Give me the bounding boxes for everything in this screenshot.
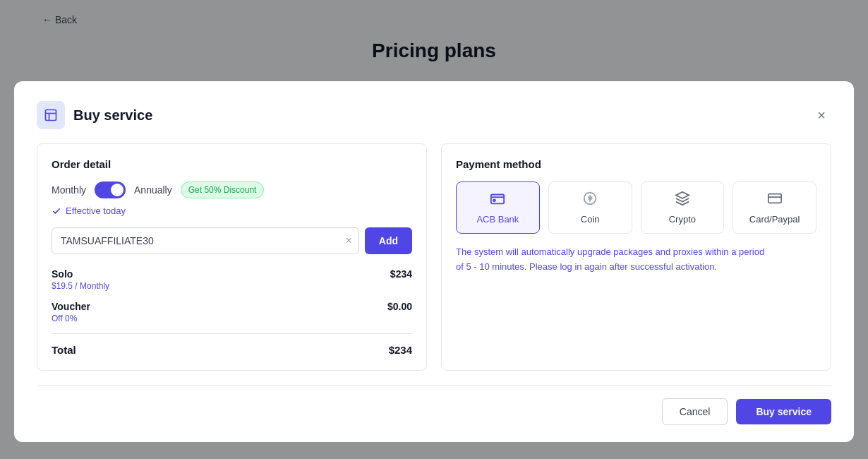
discount-badge: Get 50% Discount bbox=[181, 181, 265, 198]
order-detail-panel: Order detail Monthly Annually Get 50% Di… bbox=[37, 143, 427, 371]
billing-toggle-switch[interactable] bbox=[95, 181, 126, 198]
modal-header-left: Buy service bbox=[37, 101, 152, 129]
payment-method-coin[interactable]: Coin bbox=[548, 181, 632, 234]
acb-bank-icon bbox=[490, 191, 505, 210]
payment-method-acb[interactable]: ACB Bank bbox=[456, 181, 540, 234]
card-paypal-icon bbox=[767, 191, 783, 210]
cancel-button[interactable]: Cancel bbox=[662, 398, 728, 425]
payment-info-text: The system will automatically upgrade pa… bbox=[456, 245, 816, 275]
total-value: $234 bbox=[389, 344, 412, 356]
voucher-input-wrapper: × bbox=[52, 227, 359, 254]
svg-point-4 bbox=[493, 199, 495, 201]
total-divider bbox=[52, 333, 412, 334]
voucher-row: × Add bbox=[52, 227, 412, 254]
acb-bank-label: ACB Bank bbox=[476, 214, 519, 225]
annually-label: Annually bbox=[134, 184, 172, 196]
payment-method-crypto[interactable]: Crypto bbox=[641, 181, 725, 234]
modal-title: Buy service bbox=[73, 107, 152, 124]
payment-methods-list: ACB Bank Coin bbox=[456, 181, 816, 234]
crypto-icon bbox=[675, 191, 690, 210]
coin-label: Coin bbox=[581, 214, 600, 225]
total-row: Total $234 bbox=[52, 344, 412, 356]
checkmark-icon bbox=[52, 206, 61, 216]
payment-method-card[interactable]: Card/Paypal bbox=[733, 181, 816, 234]
modal-icon bbox=[37, 101, 65, 129]
add-voucher-button[interactable]: Add bbox=[365, 227, 412, 254]
modal-container: Buy service × Order detail Monthly Annua… bbox=[14, 81, 854, 442]
solo-sub: $19.5 / Monthly bbox=[52, 281, 109, 291]
voucher-label: Voucher bbox=[52, 301, 90, 312]
effective-today-row: Effective today bbox=[52, 205, 412, 216]
solo-line: Solo $19.5 / Monthly $234 bbox=[52, 268, 412, 291]
modal-header: Buy service × bbox=[37, 101, 831, 129]
voucher-value: $0.00 bbox=[387, 301, 412, 312]
modal-body: Order detail Monthly Annually Get 50% Di… bbox=[37, 143, 831, 371]
payment-info-line2b: Please log in again after successful act… bbox=[529, 261, 717, 272]
solo-label: Solo bbox=[52, 268, 109, 280]
solo-info: Solo $19.5 / Monthly bbox=[52, 268, 109, 291]
effective-today-label: Effective today bbox=[66, 205, 126, 216]
voucher-sub: Off 0% bbox=[52, 314, 90, 323]
payment-method-title: Payment method bbox=[456, 158, 816, 170]
card-paypal-label: Card/Paypal bbox=[749, 214, 800, 225]
modal-overlay: Buy service × Order detail Monthly Annua… bbox=[0, 0, 868, 459]
coin-icon bbox=[582, 191, 598, 210]
voucher-info: Voucher Off 0% bbox=[52, 301, 90, 323]
payment-method-panel: Payment method ACB Bank bbox=[441, 143, 831, 371]
billing-toggle-row: Monthly Annually Get 50% Discount bbox=[52, 181, 412, 198]
buy-service-button[interactable]: Buy service bbox=[736, 399, 831, 424]
order-detail-title: Order detail bbox=[52, 158, 412, 170]
total-label: Total bbox=[52, 344, 76, 356]
crypto-label: Crypto bbox=[669, 214, 696, 225]
solo-value: $234 bbox=[390, 268, 412, 280]
payment-info-line1: The system will automatically upgrade pa… bbox=[456, 246, 764, 257]
monthly-label: Monthly bbox=[52, 184, 86, 196]
voucher-input[interactable] bbox=[52, 227, 359, 254]
svg-rect-0 bbox=[46, 110, 56, 121]
svg-rect-3 bbox=[491, 195, 504, 204]
payment-info-line2: of 5 - 10 minutes. bbox=[456, 261, 529, 272]
voucher-line: Voucher Off 0% $0.00 bbox=[52, 301, 412, 323]
voucher-clear-icon[interactable]: × bbox=[345, 234, 351, 247]
modal-close-button[interactable]: × bbox=[812, 105, 831, 125]
modal-footer: Cancel Buy service bbox=[37, 385, 831, 425]
svg-rect-6 bbox=[768, 194, 780, 203]
